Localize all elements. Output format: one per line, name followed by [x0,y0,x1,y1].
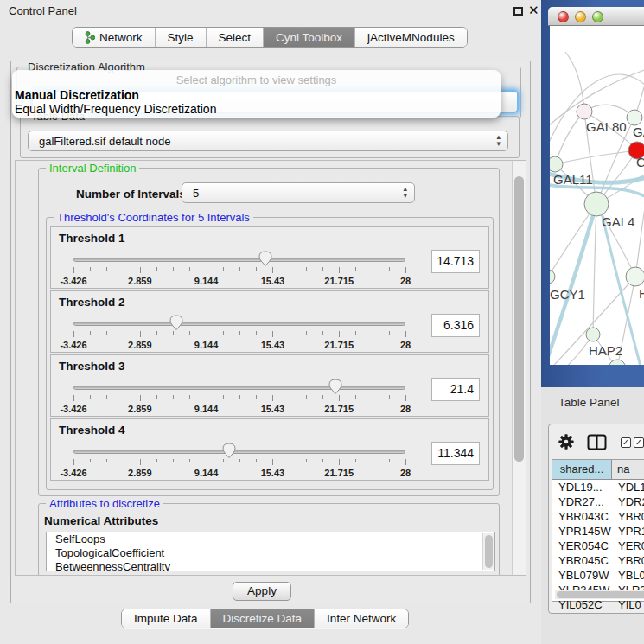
network-edge[interactable] [555,112,584,164]
tab-network[interactable]: Network [73,28,156,47]
option-equal-width-frequency[interactable]: Equal Width/Frequency Discretization [15,102,216,116]
cell-shared-name[interactable]: YPR145W [552,524,612,539]
tab-impute-data[interactable]: Impute Data [122,609,211,628]
zoom-traffic-light[interactable] [592,11,603,22]
attribute-list-item[interactable]: TopologicalCoefficient [47,546,494,560]
minimize-traffic-light[interactable] [575,11,586,22]
threshold-value-field[interactable]: 11.344 [431,442,480,465]
network-node[interactable] [550,156,563,172]
network-node[interactable] [586,328,600,341]
table-row[interactable]: YDL19...YDL1 [552,480,644,494]
network-node[interactable] [577,104,592,119]
network-edge[interactable] [555,150,637,164]
cell-name[interactable]: YBR0 [612,553,644,568]
tab-discretize-data[interactable]: Discretize Data [211,609,316,628]
attributes-scrollbar[interactable] [482,533,494,570]
top-tab-bar: Network Style Select Cyni Toolbox jActiv… [72,27,468,48]
column-header-name[interactable]: na [612,460,644,479]
threshold-slider[interactable]: -3.4262.8599.14415.4321.71528 [73,379,405,416]
number-of-intervals-combobox[interactable]: 5 ▴▾ [182,182,415,203]
axis-tick-label: -3.426 [60,404,86,414]
table-row[interactable]: YIL052CYIL0 [552,597,644,612]
window-title: Control Panel [9,4,77,17]
table-data-combobox[interactable]: galFiltered.sif default node ▴▾ [28,131,508,151]
network-node[interactable] [584,192,609,216]
network-canvas[interactable]: GAL80GACGAL11GAL4GCY1HHAP2 [550,26,644,365]
tab-jactivemnodules[interactable]: jActiveMNodules [355,28,467,47]
threshold-slider[interactable]: -3.4262.8599.14415.4321.71528 [73,252,405,288]
slider-thumb[interactable] [222,443,236,459]
axis-tick [73,395,74,401]
float-window-icon[interactable] [513,7,523,16]
attribute-list-item[interactable]: SelfLoops [47,532,494,546]
table-horizontal-scrollbar[interactable] [555,590,644,599]
column-view-icon[interactable] [587,434,607,450]
table-row[interactable]: YDR27...YDR2 [552,494,644,509]
cell-shared-name[interactable]: YBL079W [552,568,612,583]
slider-track[interactable] [73,450,405,454]
cell-shared-name[interactable]: YBR043C [552,509,612,524]
attributes-group-title: Attributes to discretize [46,497,163,510]
table-row[interactable]: YBR043CYBR0 [552,509,644,524]
table-row[interactable]: YBL079WYBL0 [552,568,644,583]
slider-track[interactable] [73,258,405,262]
column-header-shared-name[interactable]: shared... [552,460,612,479]
slider-thumb[interactable] [169,315,183,331]
threshold-value-field[interactable]: 6.316 [431,314,480,337]
network-node[interactable] [550,270,555,284]
threshold-slider[interactable]: -3.4262.8599.14415.4321.71528 [73,443,405,480]
apply-button[interactable]: Apply [233,582,291,601]
checkbox-icon[interactable]: ✓ [634,437,644,448]
cell-name[interactable]: YER0 [612,539,644,553]
scrollbar-thumb[interactable] [514,176,524,462]
axis-tick [156,395,157,399]
cell-shared-name[interactable]: YDR27... [552,494,612,509]
network-window-titlebar[interactable] [548,7,644,26]
checkbox-icon[interactable]: ✓ [621,437,631,448]
table-row[interactable]: YER054CYER0 [552,539,644,553]
tab-infer-network[interactable]: Infer Network [315,609,408,628]
slider-track[interactable] [73,386,405,390]
cell-shared-name[interactable]: YER054C [552,539,612,553]
slider-track[interactable] [73,322,405,326]
option-manual-discretization[interactable]: Manual Discretization [15,88,139,102]
attributes-group: Attributes to discretize Numerical Attri… [38,503,500,576]
tab-cyni-toolbox[interactable]: Cyni Toolbox [264,28,355,47]
threshold-value-field[interactable]: 21.4 [431,378,480,401]
cell-name[interactable]: YBL0 [612,568,644,583]
network-edge[interactable] [635,197,644,277]
close-traffic-light[interactable] [558,11,569,22]
attribute-list-item[interactable]: BetweennessCentrality [47,560,494,571]
cell-name[interactable]: YPR1 [612,524,644,539]
threshold-slider[interactable]: -3.4262.8599.14415.4321.71528 [73,316,405,352]
tab-style[interactable]: Style [156,28,207,47]
axis-tick-label: 28 [400,340,411,350]
tab-select[interactable]: Select [207,28,265,47]
cell-name[interactable]: YIL0 [612,597,644,612]
numerical-attributes-list[interactable]: SelfLoopsTopologicalCoefficientBetweenne… [46,532,495,571]
cell-name[interactable]: YDR2 [612,494,644,509]
network-edge[interactable] [550,335,593,365]
network-edge[interactable] [565,52,584,112]
table-row[interactable]: YBR045CYBR0 [552,553,644,568]
cell-shared-name[interactable]: YBR045C [552,553,612,568]
scrollbar-thumb[interactable] [557,591,644,598]
cell-name[interactable]: YDL1 [612,480,644,494]
network-node[interactable] [626,267,644,286]
close-icon[interactable]: ✕ [528,3,539,18]
threshold-value-field[interactable]: 14.713 [431,250,480,273]
network-edge[interactable] [593,204,596,335]
network-node[interactable] [627,110,642,125]
slider-thumb[interactable] [258,251,272,267]
gear-icon[interactable] [558,434,574,450]
cell-shared-name[interactable]: YDL19... [552,480,612,494]
cell-shared-name[interactable]: YIL052C [552,597,612,612]
slider-thumb[interactable] [328,379,342,395]
settings-scrollbar[interactable] [512,161,526,575]
axis-tick-label: 2.859 [128,276,152,286]
network-edge-thick[interactable] [602,213,641,365]
axis-tick [389,395,390,399]
cell-name[interactable]: YBR0 [612,509,644,524]
network-edge[interactable] [550,204,596,277]
table-row[interactable]: YPR145WYPR1 [552,524,644,539]
